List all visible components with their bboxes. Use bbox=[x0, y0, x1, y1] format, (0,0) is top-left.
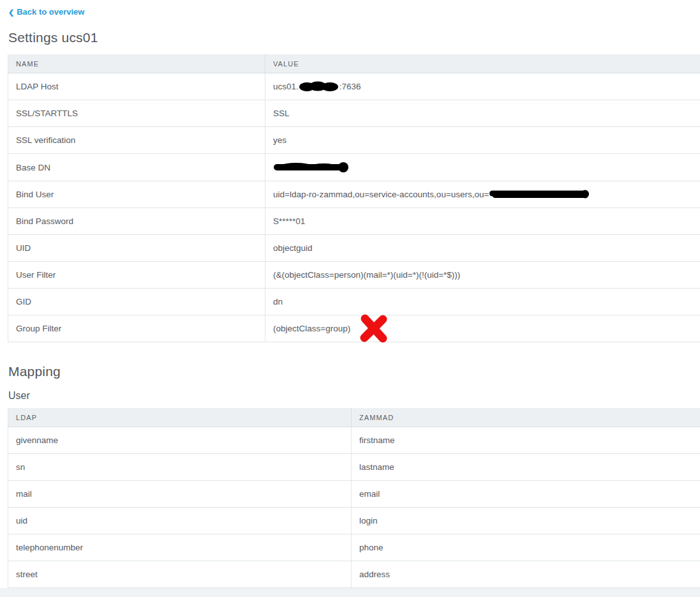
zammad-attribute: phone bbox=[352, 534, 700, 561]
table-row: GID dn bbox=[8, 289, 700, 315]
table-row: User Filter (&(objectClass=person)(mail=… bbox=[8, 262, 700, 289]
table-row: sn lastname bbox=[8, 454, 700, 481]
setting-value: ucs01.:7636 bbox=[265, 73, 700, 100]
table-row: street address bbox=[8, 561, 700, 588]
ldap-host-suffix: :7636 bbox=[339, 82, 361, 91]
setting-value: yes bbox=[265, 127, 700, 154]
ldap-attribute: uid bbox=[8, 508, 352, 534]
mapping-header-row: LDAP ZAMMAD bbox=[8, 408, 700, 427]
table-row: uid login bbox=[8, 508, 700, 534]
mapping-header-ldap: LDAP bbox=[8, 408, 352, 427]
page-background-strip bbox=[0, 588, 700, 597]
page-title: Settings ucs01 bbox=[8, 30, 700, 45]
zammad-attribute: firstname bbox=[352, 427, 700, 454]
table-row: givenname firstname bbox=[8, 427, 700, 454]
table-row: SSL/STARTTLS SSL bbox=[8, 100, 700, 127]
ldap-settings-table: NAME VALUE LDAP Host ucs01.:7636 SSL/STA… bbox=[8, 54, 700, 342]
mapping-section-title: Mapping bbox=[8, 364, 700, 379]
setting-name: Bind Password bbox=[8, 208, 265, 235]
zammad-attribute: lastname bbox=[352, 454, 700, 481]
redaction-mark bbox=[489, 190, 589, 199]
table-row: LDAP Host ucs01.:7636 bbox=[8, 73, 700, 100]
ldap-host-prefix: ucs01. bbox=[273, 82, 299, 91]
setting-value: S*****01 bbox=[265, 208, 700, 235]
ldap-settings-page: ❮Back to overview Settings ucs01 NAME VA… bbox=[0, 0, 700, 597]
ldap-attribute: telephonenumber bbox=[8, 534, 352, 561]
setting-name: GID bbox=[8, 289, 265, 315]
table-row: telephonenumber phone bbox=[8, 534, 700, 561]
setting-value: uid=ldap-ro-zammad,ou=service-accounts,o… bbox=[265, 181, 700, 208]
settings-header-name: NAME bbox=[8, 54, 265, 73]
table-row: UID objectguid bbox=[8, 235, 700, 262]
setting-name: Bind User bbox=[8, 181, 265, 208]
setting-name: UID bbox=[8, 235, 265, 262]
setting-value: (objectClass=group) bbox=[265, 315, 700, 342]
ldap-attribute: street bbox=[8, 561, 352, 588]
setting-name: LDAP Host bbox=[8, 73, 265, 100]
table-row: Bind Password S*****01 bbox=[8, 208, 700, 235]
table-row: Group Filter (objectClass=group) bbox=[8, 315, 700, 342]
redaction-mark bbox=[274, 162, 349, 172]
ldap-attribute: mail bbox=[8, 481, 352, 508]
table-row: SSL verification yes bbox=[8, 127, 700, 154]
mapping-user-subtitle: User bbox=[8, 390, 700, 402]
redaction-mark bbox=[299, 81, 339, 91]
bind-user-prefix: uid=ldap-ro-zammad,ou=service-accounts,o… bbox=[273, 190, 489, 199]
back-to-overview-link[interactable]: ❮Back to overview bbox=[8, 7, 84, 17]
settings-header-row: NAME VALUE bbox=[8, 54, 700, 73]
chevron-left-icon: ❮ bbox=[8, 8, 14, 16]
zammad-attribute: address bbox=[352, 561, 700, 588]
group-filter-value: (objectClass=group) bbox=[273, 324, 350, 333]
setting-name: SSL verification bbox=[8, 127, 265, 154]
setting-value: SSL bbox=[265, 100, 700, 127]
setting-name: SSL/STARTTLS bbox=[8, 100, 265, 127]
setting-name: Base DN bbox=[8, 154, 265, 181]
setting-value: dn bbox=[265, 289, 700, 315]
ldap-attribute: sn bbox=[8, 454, 352, 481]
back-link-label: Back to overview bbox=[17, 7, 84, 17]
table-row: Bind User uid=ldap-ro-zammad,ou=service-… bbox=[8, 181, 700, 208]
user-mapping-table: LDAP ZAMMAD givenname firstname sn lastn… bbox=[8, 408, 700, 588]
red-cross-annotation-icon bbox=[358, 312, 390, 344]
zammad-attribute: login bbox=[352, 508, 700, 534]
table-row: mail email bbox=[8, 481, 700, 508]
settings-header-value: VALUE bbox=[265, 54, 700, 73]
ldap-attribute: givenname bbox=[8, 427, 352, 454]
setting-name: Group Filter bbox=[8, 315, 265, 342]
setting-name: User Filter bbox=[8, 262, 265, 289]
table-row: Base DN bbox=[8, 154, 700, 181]
setting-value: objectguid bbox=[265, 235, 700, 262]
setting-value: (&(objectClass=person)(mail=*)(uid=*)(!(… bbox=[265, 262, 700, 289]
zammad-attribute: email bbox=[352, 481, 700, 508]
setting-value bbox=[265, 154, 700, 181]
mapping-header-zammad: ZAMMAD bbox=[352, 408, 700, 427]
